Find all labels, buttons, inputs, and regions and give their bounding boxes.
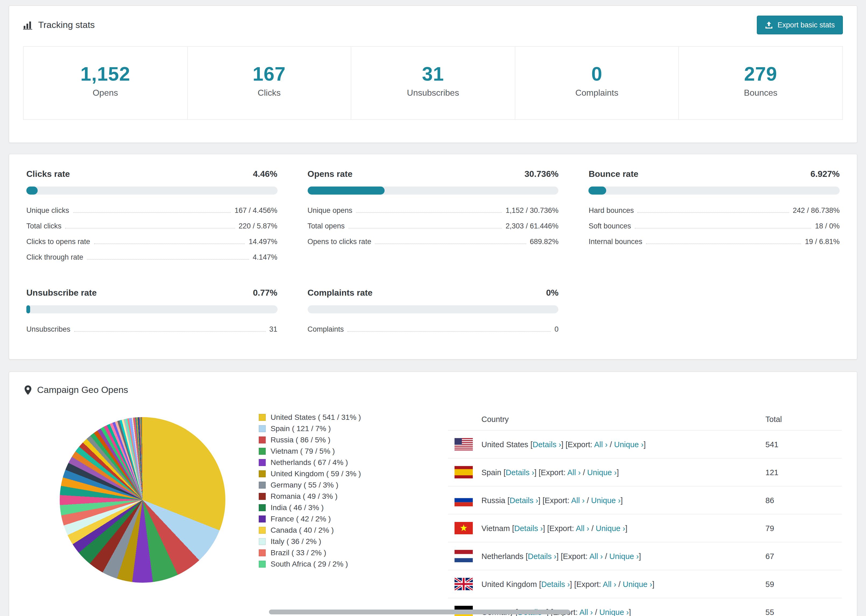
details-link[interactable]: Details › [528, 552, 556, 560]
rates-card: Clicks rate4.46%Unique clicks167 / 4.456… [9, 154, 857, 360]
legend-label: Spain ( 121 / 7% ) [271, 423, 331, 434]
legend-label: South Africa ( 29 / 2% ) [271, 558, 348, 570]
stat-label: Opens [24, 88, 187, 98]
legend-swatch [259, 504, 266, 511]
legend-item-canada[interactable]: Canada ( 40 / 2% ) [259, 525, 394, 536]
rate-title: Unsubscribe rate [26, 288, 96, 298]
export-all-link[interactable]: All › [594, 440, 608, 449]
legend-item-south-africa[interactable]: South Africa ( 29 / 2% ) [259, 558, 394, 570]
export-unique-link[interactable]: Unique › [596, 524, 625, 533]
country-name: Russia [482, 496, 505, 504]
rate-lines: Unique opens1,152 / 30.736%Total opens2,… [307, 203, 558, 250]
country-name: United Kingdom [482, 580, 537, 588]
export-unique-link[interactable]: Unique › [614, 440, 644, 449]
stat-box-complaints: 0Complaints [515, 46, 679, 120]
legend-item-spain[interactable]: Spain ( 121 / 7% ) [259, 423, 394, 434]
legend-label: Brazil ( 33 / 2% ) [271, 547, 326, 558]
tracking-stats-title-text: Tracking stats [38, 20, 94, 30]
legend-label: Romania ( 49 / 3% ) [271, 491, 337, 502]
export-all-link[interactable]: All › [576, 524, 589, 533]
stat-value: 167 [187, 63, 351, 85]
bar-chart-icon [23, 21, 33, 29]
legend-item-france[interactable]: France ( 42 / 2% ) [259, 513, 394, 525]
geo-title-text: Campaign Geo Opens [37, 385, 128, 396]
progress-bar-track [307, 305, 558, 313]
export-unique-link[interactable]: Unique › [599, 608, 629, 616]
export-all-link[interactable]: All › [567, 468, 581, 476]
legend-swatch [259, 414, 266, 421]
dotted-leader [375, 244, 526, 244]
details-link[interactable]: Details › [505, 468, 534, 476]
metric-label: Click through rate [26, 253, 83, 261]
legend-item-vietnam[interactable]: Vietnam ( 79 / 5% ) [259, 446, 394, 457]
legend-label: Italy ( 36 / 2% ) [271, 536, 321, 547]
metric-label: Unsubscribes [26, 325, 71, 333]
metric-value: 14.497% [249, 237, 277, 246]
export-unique-link[interactable]: Unique › [587, 468, 617, 476]
export-unique-link[interactable]: Unique › [623, 580, 652, 588]
legend-item-russia[interactable]: Russia ( 86 / 5% ) [259, 434, 394, 446]
geo-table-row-russia: Russia [Details ›] [Export: All › / Uniq… [448, 486, 842, 514]
legend-swatch [259, 482, 266, 489]
legend-item-romania[interactable]: Romania ( 49 / 3% ) [259, 491, 394, 502]
progress-bar-fill [26, 305, 30, 313]
metric-click-through-rate: Click through rate4.147% [26, 250, 277, 266]
export-unique-link[interactable]: Unique › [609, 552, 639, 560]
legend-item-united-kingdom[interactable]: United Kingdom ( 59 / 3% ) [259, 468, 394, 479]
country-total: 55 [765, 608, 835, 616]
horizontal-scrollbar[interactable] [269, 610, 570, 614]
rate-value: 4.46% [253, 169, 277, 179]
metric-value: 31 [269, 325, 277, 333]
rate-value: 0% [546, 288, 558, 298]
legend-swatch [259, 459, 266, 466]
details-link[interactable]: Details › [541, 580, 570, 588]
metric-label: Complaints [307, 325, 344, 333]
export-unique-link[interactable]: Unique › [591, 496, 621, 504]
geo-table-row-netherlands: Netherlands [Details ›] [Export: All › /… [448, 542, 842, 570]
metric-label: Opens to clicks rate [307, 237, 371, 246]
metric-value: 1,152 / 30.736% [505, 206, 559, 214]
export-all-link[interactable]: All › [603, 580, 616, 588]
export-all-link[interactable]: All › [571, 496, 585, 504]
tracking-stats-title: Tracking stats [23, 20, 94, 30]
rate-block-opens-rate: Opens rate30.736%Unique opens1,152 / 30.… [307, 169, 558, 266]
country-name: Vietnam [482, 524, 510, 533]
progress-bar-fill [26, 187, 38, 195]
legend-item-united-states[interactable]: United States ( 541 / 31% ) [259, 412, 394, 423]
ru-flag-icon [455, 494, 473, 506]
metric-value: 689.82% [530, 237, 559, 246]
country-name: United States [482, 440, 528, 449]
geo-header: Campaign Geo Opens [24, 385, 842, 396]
export-basic-stats-button[interactable]: Export basic stats [757, 16, 843, 35]
rate-title: Complaints rate [307, 288, 373, 298]
export-all-link[interactable]: All › [589, 552, 603, 560]
export-all-link[interactable]: All › [579, 608, 593, 616]
progress-bar-track [26, 187, 277, 195]
export-icon [765, 21, 773, 29]
legend-label: United States ( 541 / 31% ) [271, 412, 361, 423]
export-basic-stats-label: Export basic stats [778, 21, 835, 29]
legend-label: Vietnam ( 79 / 5% ) [271, 446, 335, 457]
country-name: Netherlands [482, 552, 523, 560]
tracking-stats-header: Tracking stats Export basic stats [23, 16, 843, 35]
details-link[interactable]: Details › [510, 496, 538, 504]
stat-box-opens: 1,152Opens [23, 46, 187, 120]
legend-item-brazil[interactable]: Brazil ( 33 / 2% ) [259, 547, 394, 558]
metric-hard-bounces: Hard bounces242 / 86.738% [589, 203, 840, 219]
details-link[interactable]: Details › [514, 524, 543, 533]
legend-item-italy[interactable]: Italy ( 36 / 2% ) [259, 536, 394, 547]
legend-item-netherlands[interactable]: Netherlands ( 67 / 4% ) [259, 457, 394, 468]
country-total: 67 [765, 552, 835, 560]
legend-item-germany[interactable]: Germany ( 55 / 3% ) [259, 479, 394, 491]
geo-table-row-spain: Spain [Details ›] [Export: All › / Uniqu… [448, 459, 842, 486]
legend-item-india[interactable]: India ( 46 / 3% ) [259, 502, 394, 513]
rate-head: Complaints rate0% [307, 288, 558, 298]
details-link[interactable]: Details › [532, 440, 561, 449]
total-column-header: Total [765, 415, 835, 424]
progress-bar-track [589, 187, 840, 195]
rate-block-clicks-rate: Clicks rate4.46%Unique clicks167 / 4.456… [26, 169, 277, 266]
metric-label: Hard bounces [589, 206, 634, 214]
dotted-leader [73, 212, 231, 213]
rate-title: Clicks rate [26, 169, 70, 179]
legend-label: India ( 46 / 3% ) [271, 502, 324, 513]
